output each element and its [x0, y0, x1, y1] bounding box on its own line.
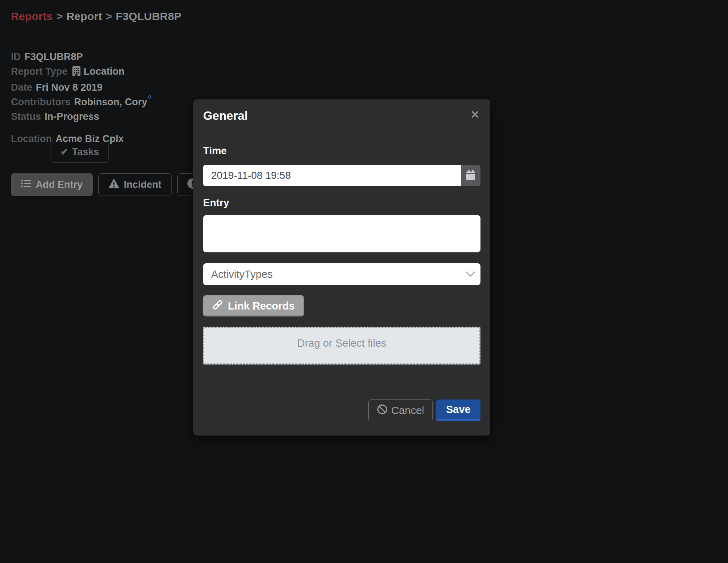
breadcrumb: Reports>Report>F3QLUBR8P	[11, 10, 181, 23]
id-label: ID	[11, 51, 21, 62]
detail-report-type: Report TypeLocation	[11, 64, 151, 80]
link-records-button[interactable]: Link Records	[203, 295, 304, 316]
app-window: Reports>Report>F3QLUBR8P IDF3QLUBR8P Rep…	[0, 0, 728, 563]
report-type-label: Report Type	[11, 66, 68, 77]
general-entry-modal: General ✕ Time Entry ActivityTypes Link …	[193, 99, 490, 436]
incident-button[interactable]: Incident	[98, 173, 172, 196]
file-dropzone[interactable]: Drag or Select files	[203, 327, 480, 365]
time-input-group	[203, 165, 480, 186]
calendar-picker-button[interactable]	[461, 165, 480, 186]
date-label: Date	[11, 82, 32, 93]
activity-types-placeholder: ActivityTypes	[203, 268, 460, 280]
modal-footer: Cancel Save	[368, 399, 480, 421]
breadcrumb-separator: >	[56, 10, 63, 22]
cancel-label: Cancel	[391, 405, 424, 417]
detail-contributors: ContributorsRobinson, Cory	[11, 95, 151, 109]
add-entry-label: Add Entry	[36, 179, 83, 190]
report-type-value: Location	[84, 66, 125, 77]
link-records-label: Link Records	[228, 300, 295, 312]
breadcrumb-report-id: F3QLUBR8P	[116, 10, 181, 22]
check-icon: ✔	[60, 147, 68, 157]
activity-types-select[interactable]: ActivityTypes	[203, 263, 480, 285]
modal-title: General	[203, 109, 248, 123]
ban-icon	[377, 404, 387, 417]
tasks-button-label: Tasks	[72, 146, 99, 158]
contributors-label: Contributors	[11, 97, 70, 107]
detail-date: DateFri Nov 8 2019	[11, 80, 151, 95]
contributors-value: Robinson, Cory	[74, 97, 147, 107]
breadcrumb-report-link[interactable]: Report	[66, 10, 102, 22]
detail-status: StatusIn-Progress	[11, 109, 151, 124]
add-entry-button[interactable]: Add Entry	[11, 173, 93, 196]
location-label: Location	[11, 133, 52, 144]
entry-label: Entry	[203, 197, 229, 209]
time-input[interactable]	[203, 165, 461, 186]
status-value: In-Progress	[45, 111, 99, 122]
chevron-down-icon	[460, 271, 480, 277]
close-icon[interactable]: ✕	[468, 107, 482, 122]
entry-textarea[interactable]	[203, 215, 480, 252]
breadcrumb-separator: >	[106, 10, 112, 22]
dropzone-label: Drag or Select files	[297, 337, 387, 349]
building-icon	[72, 66, 81, 80]
warning-triangle-icon	[108, 178, 119, 191]
time-label: Time	[203, 145, 227, 157]
cancel-button[interactable]: Cancel	[368, 399, 433, 421]
link-icon	[212, 299, 223, 313]
status-label: Status	[11, 111, 41, 122]
detail-id: IDF3QLUBR8P	[11, 50, 151, 64]
id-value: F3QLUBR8P	[24, 51, 83, 62]
breadcrumb-reports-link[interactable]: Reports	[11, 10, 53, 22]
list-icon	[21, 179, 31, 190]
report-details: IDF3QLUBR8P Report TypeLocation DateFri …	[11, 50, 151, 146]
contributor-presence-dot	[148, 95, 151, 99]
incident-label: Incident	[124, 179, 162, 190]
date-value: Fri Nov 8 2019	[36, 82, 103, 93]
calendar-icon	[466, 170, 475, 182]
tasks-button[interactable]: ✔ Tasks	[51, 141, 109, 163]
save-button[interactable]: Save	[436, 399, 480, 421]
